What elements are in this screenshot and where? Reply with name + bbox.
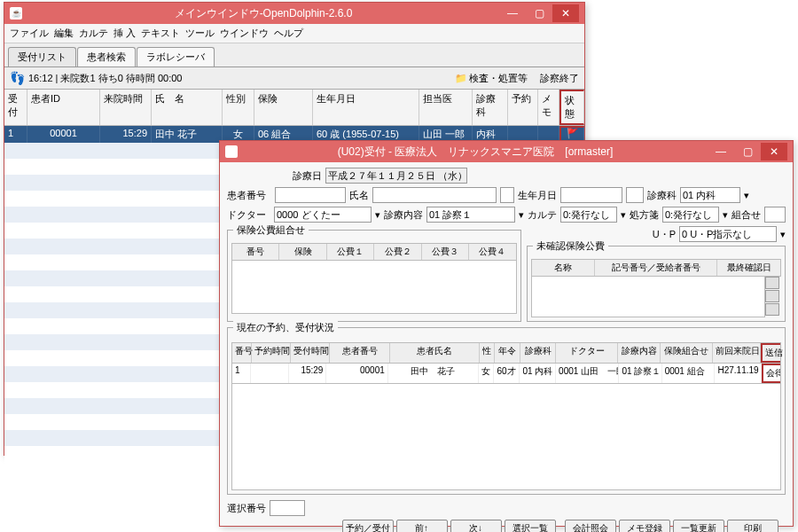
tab-reception[interactable]: 受付リスト xyxy=(8,47,76,66)
cell-name: 田中 花子 xyxy=(152,126,223,143)
col-time[interactable]: 来院時間 xyxy=(100,90,152,125)
menu-item[interactable]: ヘルプ xyxy=(274,27,303,40)
menu-item[interactable]: ウインドウ xyxy=(220,27,269,40)
cell: 女 xyxy=(479,364,495,383)
col-sex[interactable]: 性別 xyxy=(223,90,254,125)
tabs: 受付リスト 患者検索 ラボレシーバ xyxy=(4,43,584,67)
combo-field[interactable] xyxy=(764,207,786,223)
sandals-icon: 👣 xyxy=(10,71,25,85)
dob-day-field[interactable] xyxy=(626,187,644,203)
curr-row[interactable]: 1 15:29 00001 田中 花子 女 60才 01 内科 0001 山田 … xyxy=(231,364,781,384)
java-icon: ☕ xyxy=(10,7,22,20)
close-button[interactable]: ✕ xyxy=(761,143,787,160)
menu-item[interactable]: ファイル xyxy=(10,27,49,40)
rx-select[interactable] xyxy=(662,207,719,223)
date-field[interactable] xyxy=(325,168,467,184)
scroll-button[interactable] xyxy=(765,290,779,302)
col-res[interactable]: 予約 xyxy=(508,90,538,125)
cell-send: 会得 xyxy=(762,364,780,383)
print-button[interactable]: 印刷 xyxy=(727,520,778,532)
name-label: 氏名 xyxy=(349,189,369,202)
grp2-header: 名称 記号番号／受給者番号 最終確認日 xyxy=(531,259,781,277)
cell: 60才 xyxy=(494,364,520,383)
col-doc[interactable]: 担当医 xyxy=(419,90,473,125)
col-ins[interactable]: 保険 xyxy=(254,90,313,125)
minimize-button[interactable]: — xyxy=(499,4,526,22)
minimize-button[interactable]: — xyxy=(708,143,734,160)
menu-item[interactable]: カルテ xyxy=(79,27,108,40)
reception-window: す (U02)受付 - 医療法人 リナックスマニア医院 [ormaster] —… xyxy=(219,140,794,527)
pid-field[interactable] xyxy=(275,187,346,203)
scroll-up-button[interactable] xyxy=(765,277,779,289)
tab-patient-search[interactable]: 患者検索 xyxy=(77,47,136,66)
name-suffix-field[interactable] xyxy=(500,187,514,203)
name-field[interactable] xyxy=(372,187,497,203)
doctor-label: ドクター xyxy=(227,208,270,222)
cell: 01 内科 xyxy=(520,364,556,383)
insurance-combo-group: 保険公費組合せ 番号 保険 公費１ 公費２ 公費３ 公費４ xyxy=(227,230,521,322)
curr-col: 患者番号 xyxy=(330,343,390,363)
toolbar: 👣 16:12 | 来院数1 待ち0 待時間 00:00 📁 検査・処置等 診察… xyxy=(4,67,584,90)
menu-item[interactable]: 挿 入 xyxy=(113,27,136,40)
grp1-body xyxy=(231,261,517,314)
col-dob[interactable]: 生年月日 xyxy=(313,90,419,125)
scroll-down-button[interactable] xyxy=(765,303,779,316)
chevron-down-icon[interactable]: ▾ xyxy=(723,209,728,221)
next-button[interactable]: 次↓ xyxy=(450,520,502,532)
reserve-button[interactable]: 予約／受付 xyxy=(342,520,394,532)
dept-select[interactable] xyxy=(680,187,740,203)
col-pid[interactable]: 患者ID xyxy=(27,90,100,125)
account-button[interactable]: 会計照会 xyxy=(565,520,616,532)
curr-legend: 現在の予約、受付状況 xyxy=(233,321,338,334)
curr-col: 前回来院日 xyxy=(713,343,761,363)
w1-titlebar: ☕ メインウインドウ-OpenDolphin-2.6.0 — ▢ ✕ xyxy=(4,3,584,24)
curr-col: 保険組合せ xyxy=(661,343,713,363)
unconfirmed-ins-group: 未確認保険公費 名称 記号番号／受給者番号 最終確認日 xyxy=(527,246,786,322)
curr-col: 予約時間 xyxy=(252,343,291,363)
menu-item[interactable]: ツール xyxy=(185,27,215,40)
grp1-col: 保険 xyxy=(279,244,326,260)
curr-header: 番号 予約時間 受付時間 患者番号 患者氏名 性 年令 診療科 ドクター 診療内… xyxy=(231,342,781,364)
refresh-button[interactable]: 一覧更新 xyxy=(673,520,724,532)
col-name[interactable]: 氏 名 xyxy=(152,90,223,125)
cell-pid: 00001 xyxy=(27,126,100,143)
col-state[interactable]: 状態 xyxy=(559,90,584,125)
maximize-button[interactable]: ▢ xyxy=(526,4,552,22)
grp1-legend: 保険公費組合せ xyxy=(233,223,309,237)
memo-button[interactable]: メモ登録 xyxy=(619,520,670,532)
chevron-down-icon[interactable]: ▾ xyxy=(780,229,786,240)
chevron-down-icon[interactable]: ▾ xyxy=(744,190,749,201)
select-list-button[interactable]: 選択一覧 xyxy=(505,520,556,532)
menu-item[interactable]: テキスト xyxy=(141,27,180,40)
content-select[interactable] xyxy=(426,207,515,223)
maximize-button[interactable]: ▢ xyxy=(734,143,761,160)
chevron-down-icon[interactable]: ▾ xyxy=(519,209,524,221)
reception-table-header: 受付 患者ID 来院時間 氏 名 性別 保険 生年月日 担当医 診療科 予約 メ… xyxy=(4,90,584,126)
dob-field[interactable] xyxy=(560,187,622,203)
doctor-select[interactable] xyxy=(274,207,372,223)
date-label: 診療日 xyxy=(293,169,322,183)
select-no-label: 選択番号 xyxy=(227,502,266,515)
col-memo[interactable]: メモ xyxy=(538,90,559,125)
menu-item[interactable]: 編集 xyxy=(54,27,74,40)
dept-label: 診療科 xyxy=(647,189,677,202)
grp1-col: 番号 xyxy=(232,244,279,260)
close-button[interactable]: ✕ xyxy=(552,4,579,22)
karte-select[interactable] xyxy=(560,207,617,223)
prev-button[interactable]: 前↑ xyxy=(396,520,448,532)
w2-body: 診療日 患者番号 氏名 生年月日 診療科 ▾ ドクター ▾ 診療内容 ▾ カルテ… xyxy=(220,162,793,532)
chevron-down-icon[interactable]: ▾ xyxy=(621,209,626,221)
folder-icon: 📁 xyxy=(455,73,467,84)
w1-title: メインウインドウ-OpenDolphin-2.6.0 xyxy=(27,6,499,21)
curr-col: 受付時間 xyxy=(291,343,330,363)
tab-lab[interactable]: ラボレシーバ xyxy=(137,47,215,66)
grp2-body xyxy=(531,277,765,317)
col-dept[interactable]: 診療科 xyxy=(473,90,508,125)
curr-col: 性 xyxy=(480,343,495,363)
up-select[interactable] xyxy=(679,226,777,242)
col-seq[interactable]: 受付 xyxy=(4,90,27,125)
select-no-field[interactable] xyxy=(270,500,305,516)
menubar: ファイル 編集 カルテ 挿 入 テキスト ツール ウインドウ ヘルプ xyxy=(4,24,584,43)
chevron-down-icon[interactable]: ▾ xyxy=(375,209,380,221)
curr-col: ドクター xyxy=(556,343,618,363)
